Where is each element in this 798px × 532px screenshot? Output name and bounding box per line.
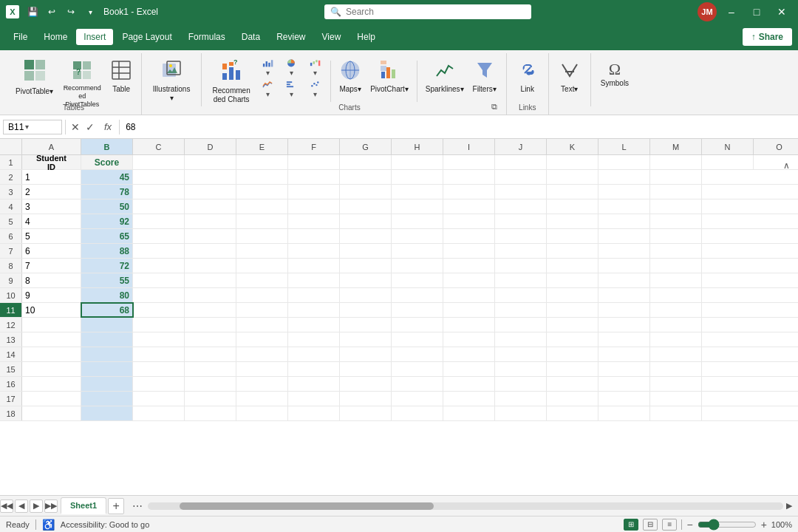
cell-K11[interactable] — [547, 303, 598, 317]
cell-L13[interactable] — [598, 332, 650, 347]
col-header-c[interactable]: C — [133, 139, 185, 154]
cell-D10[interactable] — [185, 288, 236, 302]
cell-H12[interactable] — [392, 318, 443, 332]
cell-H9[interactable] — [392, 273, 443, 287]
maps-btn[interactable]: Maps▾ — [335, 55, 365, 102]
cell-I10[interactable] — [443, 288, 495, 302]
cell-J16[interactable] — [495, 377, 547, 391]
cell-G2[interactable] — [340, 170, 392, 184]
menu-help[interactable]: Help — [349, 29, 383, 45]
bar-chart-btn[interactable]: ▾ — [280, 79, 302, 100]
scroll-right-btn[interactable]: ▶ — [786, 501, 792, 511]
cell-M16[interactable] — [650, 377, 702, 391]
cell-A8[interactable]: 7 — [22, 259, 81, 273]
cell-F4[interactable] — [288, 200, 340, 214]
cell-E7[interactable] — [236, 244, 288, 258]
row-num-5[interactable]: 5 — [0, 214, 22, 228]
new-sheet-btn[interactable]: + — [108, 498, 124, 514]
cell-I6[interactable] — [443, 229, 495, 243]
col-header-b[interactable]: B — [81, 139, 133, 154]
row-num-18[interactable]: 18 — [0, 406, 22, 420]
cell-A16[interactable] — [22, 377, 81, 391]
line-chart-btn[interactable]: ▾ — [256, 79, 279, 100]
cell-D4[interactable] — [185, 200, 236, 214]
cell-E8[interactable] — [236, 259, 288, 273]
cell-D17[interactable] — [185, 392, 236, 406]
row-num-12[interactable]: 12 — [0, 318, 22, 332]
cell-L8[interactable] — [598, 259, 650, 273]
cell-M13[interactable] — [650, 332, 702, 347]
cell-H15[interactable] — [392, 362, 443, 376]
cell-n1[interactable] — [702, 155, 754, 169]
share-button[interactable]: ↑ Share — [743, 28, 792, 46]
cell-I18[interactable] — [443, 406, 495, 420]
cell-M3[interactable] — [650, 185, 702, 199]
cell-B8[interactable]: 72 — [81, 259, 133, 273]
cell-D8[interactable] — [185, 259, 236, 273]
cell-C16[interactable] — [133, 377, 185, 391]
cell-E15[interactable] — [236, 362, 288, 376]
cell-K14[interactable] — [547, 347, 598, 361]
cell-E6[interactable] — [236, 229, 288, 243]
cell-D9[interactable] — [185, 273, 236, 287]
cell-F5[interactable] — [288, 214, 340, 228]
row-num-3[interactable]: 3 — [0, 185, 22, 199]
normal-view-btn[interactable]: ⊞ — [624, 519, 638, 531]
cell-H6[interactable] — [392, 229, 443, 243]
cell-I12[interactable] — [443, 318, 495, 332]
cell-L14[interactable] — [598, 347, 650, 361]
cell-H5[interactable] — [392, 214, 443, 228]
cell-F18[interactable] — [288, 406, 340, 420]
cell-l1[interactable] — [598, 155, 650, 169]
cell-I11[interactable] — [443, 303, 495, 317]
cell-B17[interactable] — [81, 392, 133, 406]
cell-h1[interactable] — [392, 155, 443, 169]
cell-I4[interactable] — [443, 200, 495, 214]
cell-B18[interactable] — [81, 406, 133, 420]
cell-j1[interactable] — [495, 155, 547, 169]
cell-B5[interactable]: 92 — [81, 214, 133, 228]
formula-confirm-icon[interactable]: ✓ — [83, 121, 97, 133]
cell-J10[interactable] — [495, 288, 547, 302]
cell-c1[interactable] — [133, 155, 185, 169]
formula-cancel-icon[interactable]: ✕ — [69, 121, 82, 133]
illustrations-btn[interactable]: Illustrations▾ — [148, 55, 195, 102]
redo-btn[interactable]: ↪ — [62, 3, 80, 21]
row-num-10[interactable]: 10 — [0, 288, 22, 302]
cell-I16[interactable] — [443, 377, 495, 391]
cell-L17[interactable] — [598, 392, 650, 406]
scatter-btn[interactable]: ▾ — [304, 79, 326, 100]
cell-J12[interactable] — [495, 318, 547, 332]
cell-K8[interactable] — [547, 259, 598, 273]
cell-H17[interactable] — [392, 392, 443, 406]
cell-B7[interactable]: 88 — [81, 244, 133, 258]
cell-L12[interactable] — [598, 318, 650, 332]
cell-I9[interactable] — [443, 273, 495, 287]
row-num-7[interactable]: 7 — [0, 244, 22, 258]
cell-G14[interactable] — [340, 347, 392, 361]
cell-A11[interactable]: 10 — [22, 303, 81, 317]
cell-G13[interactable] — [340, 332, 392, 347]
cell-A9[interactable]: 8 — [22, 273, 81, 287]
cell-F7[interactable] — [288, 244, 340, 258]
waterfall-btn[interactable]: ▾ — [304, 58, 326, 78]
cell-D5[interactable] — [185, 214, 236, 228]
row-num-1[interactable]: 1 — [0, 155, 22, 169]
close-btn[interactable]: ✕ — [771, 1, 792, 22]
link-btn[interactable]: Link — [513, 55, 542, 102]
cell-A10[interactable]: 9 — [22, 288, 81, 302]
cell-H10[interactable] — [392, 288, 443, 302]
cell-D2[interactable] — [185, 170, 236, 184]
cell-D3[interactable] — [185, 185, 236, 199]
cell-M14[interactable] — [650, 347, 702, 361]
cell-K3[interactable] — [547, 185, 598, 199]
cell-d1[interactable] — [185, 155, 236, 169]
cell-A18[interactable] — [22, 406, 81, 420]
cell-C11[interactable] — [133, 303, 185, 317]
cell-C6[interactable] — [133, 229, 185, 243]
cell-F3[interactable] — [288, 185, 340, 199]
cell-b1[interactable]: Score — [81, 155, 133, 169]
page-layout-view-btn[interactable]: ⊟ — [643, 519, 658, 531]
cell-K17[interactable] — [547, 392, 598, 406]
pie-chart-btn[interactable]: ▾ — [280, 58, 302, 78]
